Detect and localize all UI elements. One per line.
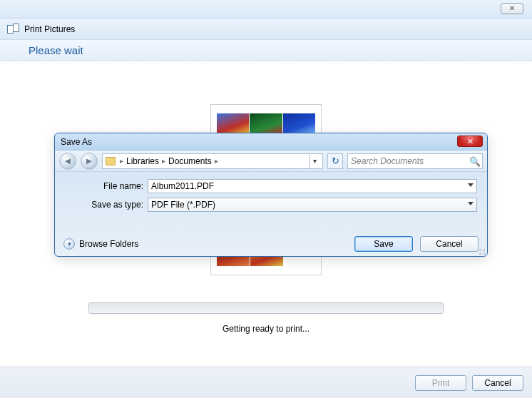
window-close-button[interactable]: ✕ [501, 3, 523, 14]
header-subtitle: Please wait [0, 40, 532, 61]
nav-back-button[interactable]: ◄ [59, 153, 76, 170]
print-button: Print [415, 375, 466, 391]
save-as-dialog: Save As ✕ ◄ ► ▸ Libraries ▸ Documents ▸ … [54, 133, 488, 257]
savetype-label: Save as type: [65, 200, 148, 210]
thumb-row-top [217, 113, 315, 135]
wizard-footer: Print Cancel [0, 367, 532, 398]
print-pictures-icon [7, 24, 19, 35]
search-icon: 🔍 [469, 156, 479, 166]
cancel-button[interactable]: Cancel [420, 236, 479, 252]
outer-titlebar: ✕ [0, 0, 532, 19]
save-as-close-button[interactable]: ✕ [457, 136, 483, 147]
filename-label: File name: [65, 181, 148, 191]
save-button[interactable]: Save [354, 236, 413, 252]
breadcrumb-libraries[interactable]: Libraries [126, 156, 159, 166]
app-title: Print Pictures [24, 24, 75, 34]
please-wait-text: Please wait [29, 44, 83, 56]
chevron-down-icon[interactable] [468, 183, 474, 187]
status-text: Getting ready to print... [0, 324, 532, 334]
app-titlebar: Print Pictures [0, 19, 532, 40]
save-as-footer: ▾ Browse Folders Save Cancel [63, 236, 479, 252]
save-as-title: Save As [61, 137, 92, 147]
folder-icon [106, 157, 116, 165]
browse-folders-toggle[interactable]: ▾ Browse Folders [63, 238, 138, 250]
chevron-right-icon: ▸ [120, 157, 123, 165]
save-as-body: File name: Album2011.PDF Save as type: P… [55, 172, 487, 212]
address-breadcrumb[interactable]: ▸ Libraries ▸ Documents ▸ ▾ [102, 153, 323, 169]
address-dropdown[interactable]: ▾ [310, 153, 319, 169]
savetype-select[interactable]: PDF File (*.PDF) [148, 198, 477, 212]
nav-bar: ◄ ► ▸ Libraries ▸ Documents ▸ ▾ ↻ Search… [55, 150, 487, 172]
nav-forward-button[interactable]: ► [81, 153, 98, 170]
savetype-value: PDF File (*.PDF) [151, 200, 215, 210]
filename-value: Album2011.PDF [151, 181, 214, 191]
resize-grip[interactable] [478, 248, 485, 255]
progress-bar [88, 302, 444, 314]
filename-input[interactable]: Album2011.PDF [148, 179, 477, 193]
browse-folders-label: Browse Folders [79, 239, 138, 249]
refresh-button[interactable]: ↻ [327, 153, 343, 169]
chevron-down-icon[interactable] [468, 202, 474, 205]
chevron-right-icon: ▸ [162, 157, 165, 165]
thumbnail [283, 113, 315, 135]
save-as-titlebar[interactable]: Save As ✕ [55, 133, 487, 150]
search-placeholder: Search Documents [351, 156, 424, 166]
thumbnail [217, 113, 249, 135]
thumbnail [250, 113, 282, 135]
chevron-right-icon: ▸ [215, 157, 218, 165]
wizard-cancel-button[interactable]: Cancel [472, 375, 523, 391]
breadcrumb-documents[interactable]: Documents [168, 156, 212, 166]
chevron-down-icon: ▾ [63, 238, 75, 250]
search-input[interactable]: Search Documents 🔍 [347, 153, 483, 169]
